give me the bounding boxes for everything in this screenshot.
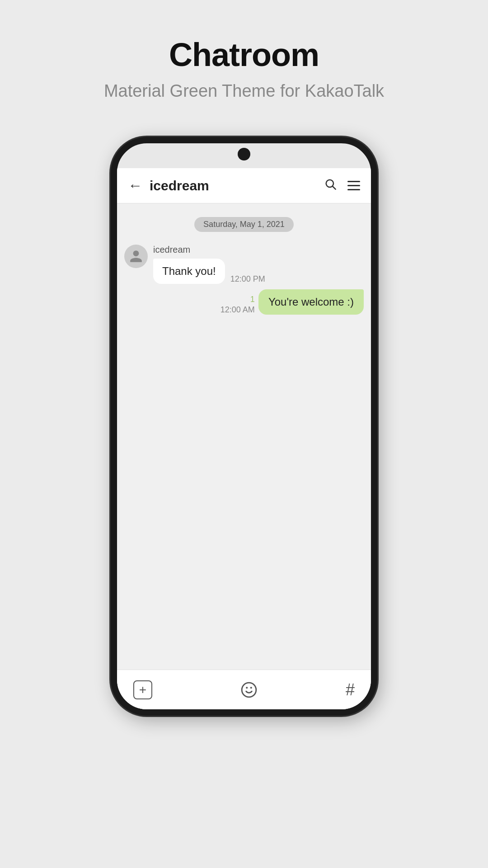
received-message-content: icedream Thank you! 12:00 PM (153, 245, 265, 284)
back-button[interactable]: ← (128, 177, 142, 194)
svg-line-1 (333, 186, 335, 189)
message-sent: 1 12:00 AM You're welcome :) (124, 289, 364, 315)
date-stamp-label: Saturday, May 1, 2021 (194, 217, 294, 232)
chat-messages-area: Saturday, May 1, 2021 icedream Thank you… (117, 203, 371, 670)
add-button[interactable]: + (133, 680, 152, 699)
search-icon[interactable] (324, 178, 337, 193)
sent-message-bubble: You're welcome :) (258, 289, 364, 315)
chat-title: icedream (150, 178, 324, 193)
page-subtitle: Material Green Theme for KakaoTalk (104, 81, 384, 101)
svg-point-2 (242, 683, 256, 697)
sent-message-time: 12:00 AM (221, 305, 255, 315)
side-button (375, 288, 377, 324)
sender-name: icedream (153, 245, 265, 255)
emoji-button[interactable] (240, 681, 258, 698)
chat-header: ← icedream (117, 168, 371, 203)
menu-icon[interactable] (347, 181, 360, 190)
unread-count: 1 (250, 295, 255, 304)
sent-message-meta: 1 12:00 AM (221, 295, 255, 315)
received-message-time: 12:00 PM (230, 274, 265, 284)
received-message-bubble: Thank you! (153, 259, 225, 284)
hashtag-button[interactable]: # (346, 680, 355, 699)
phone-mockup: ← icedream (111, 137, 377, 716)
date-stamp: Saturday, May 1, 2021 (124, 217, 364, 232)
received-message-row: Thank you! 12:00 PM (153, 259, 265, 284)
phone-screen: ← icedream (117, 168, 371, 709)
avatar (124, 245, 148, 268)
camera-cutout (238, 148, 250, 160)
message-received: icedream Thank you! 12:00 PM (124, 245, 364, 284)
header-icons (324, 178, 360, 193)
phone-frame: ← icedream (111, 137, 377, 716)
chat-toolbar: + # (117, 670, 371, 709)
page-title: Chatroom (169, 36, 319, 73)
